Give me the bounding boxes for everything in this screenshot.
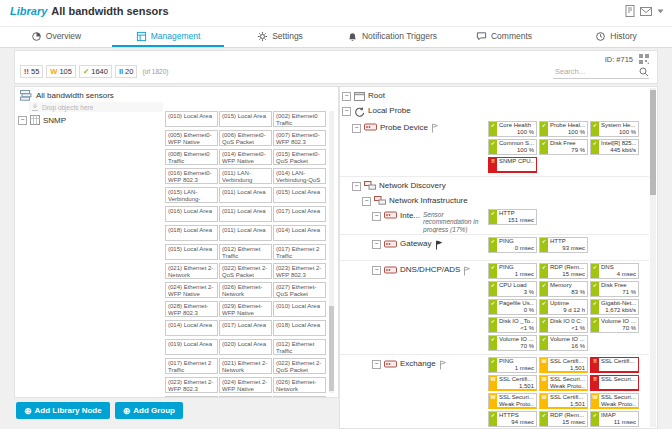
sensor-chip[interactable]: ✓PING1 msec [488, 263, 537, 279]
expand-toggle[interactable]: − [372, 240, 381, 249]
library-sensor-item[interactable]: (016) Local Area [165, 206, 218, 222]
sensor-chip[interactable]: !!SSL Certifi... [590, 357, 639, 373]
library-sensor-item[interactable]: (002) Ethernet0 Traffic [273, 111, 326, 127]
library-root-node[interactable]: All bandwidth sensors [15, 87, 338, 102]
tree-label[interactable]: Probe Device [380, 123, 428, 132]
sensor-chip[interactable]: !!SNMP CPU... [488, 157, 537, 173]
sensor-chip[interactable]: ✓Pagefile Us...0 % [488, 299, 537, 315]
drop-target-hint[interactable]: Drop objects here [29, 102, 163, 112]
library-sensor-item[interactable]: (017) Ethernet 2 Traffic [273, 244, 326, 260]
tree-label[interactable]: Inte... [400, 211, 420, 220]
sensor-chip[interactable]: ✓Volume IO ...70 % [488, 335, 537, 351]
sensor-chip[interactable]: ✓System He...100 % [590, 121, 639, 137]
sensor-chip[interactable]: WSSL Certifi...1,501 [539, 393, 588, 409]
library-sensor-item[interactable]: (021) Ethernet 2-Network [219, 358, 272, 374]
library-sensor-item[interactable]: (015) Local Area [165, 244, 218, 260]
add-group-button[interactable]: ⊕ Add Group [115, 402, 183, 419]
sensor-chip[interactable]: ✓Common S...100 % [488, 139, 537, 155]
sensor-chip[interactable]: ✓Core Health100 % [488, 121, 537, 137]
sensor-chip[interactable]: ✓Disk Free71 % [590, 281, 639, 297]
library-sensor-item[interactable]: (019) Local Area [165, 339, 218, 355]
library-sensor-item[interactable]: (022) Ethernet 2-QoS Packet [219, 263, 272, 279]
library-sensor-item[interactable]: (018) Local Area [273, 320, 326, 336]
qr-code-icon[interactable] [639, 54, 649, 64]
expand-toggle[interactable]: − [372, 360, 381, 369]
right-scrollbar-thumb[interactable] [650, 90, 656, 195]
sensor-chip[interactable]: ✓Uptime9 d 12 h [539, 299, 588, 315]
tab-overview[interactable]: Overview [0, 27, 112, 47]
library-sensor-item[interactable]: (014) LAN-Verbindung-QoS [273, 168, 326, 184]
library-sensor-item[interactable]: (011) Local Area [219, 187, 272, 203]
tree-label[interactable]: Exchange [400, 359, 436, 368]
right-scrollbar[interactable] [650, 88, 656, 427]
library-sensor-item[interactable]: (014) Local Area [273, 225, 326, 241]
library-sensor-item[interactable]: (011) Local Area [219, 225, 272, 241]
sensor-chip[interactable]: ✓Disk Free79 % [539, 139, 588, 155]
library-sensor-item[interactable]: (006) Ethernet0-QoS Packet [219, 130, 272, 146]
library-sensor-item[interactable]: (017) Ethernet 2 Traffic [165, 358, 218, 374]
sensor-chip[interactable]: WSSL Certifi...1,501 [539, 357, 588, 373]
email-icon[interactable] [640, 7, 652, 16]
sensor-chip[interactable]: WSSL Securi...Weak Proto... [590, 393, 639, 409]
library-sensor-item[interactable]: (028) Ethernet-WFP 802.3 [219, 396, 272, 398]
expand-toggle[interactable]: − [352, 182, 361, 191]
library-sensor-item[interactable]: (027) Ethernet-QoS Packet [273, 282, 326, 298]
left-scrollbar[interactable] [329, 111, 334, 393]
expand-toggle[interactable]: − [342, 107, 351, 116]
sensor-chip[interactable]: ✓Disk IO _To...<1 % [488, 317, 537, 333]
tab-management[interactable]: Management [112, 27, 224, 47]
library-sensor-item[interactable]: (011) Local Area [219, 206, 272, 222]
search-input[interactable] [553, 66, 637, 77]
sensor-chip[interactable]: ✓RDP (Rem...15 msec [539, 411, 588, 427]
sensor-chip[interactable]: WSSL Securi...Weak Proto... [539, 375, 588, 391]
tab-notification-triggers[interactable]: Notification Triggers [336, 27, 448, 47]
library-sensor-item[interactable]: (026) Ethernet-Network [273, 377, 326, 393]
status-badge-down[interactable]: !!55 [20, 65, 43, 78]
expand-toggle[interactable]: − [342, 92, 351, 101]
status-badge-paused[interactable]: II20 [115, 65, 138, 78]
library-sensor-item[interactable]: (017) Local Area [273, 206, 326, 222]
library-sensor-item[interactable]: (012) Ethernet Traffic [219, 244, 272, 260]
library-sensor-item[interactable]: (008) Ethernet0 Traffic [165, 149, 218, 165]
sensor-chip[interactable]: !!SSL Securi... [590, 375, 639, 391]
library-sensor-item[interactable]: (010) Local Area [165, 111, 218, 127]
library-sensor-item[interactable]: (016) Ethernet0-WFP 802.3 [165, 168, 218, 184]
sensor-chip[interactable]: ✓Probe Heal...100 % [539, 121, 588, 137]
library-sensor-item[interactable]: (015) Ethernet0-QoS Packet [273, 149, 326, 165]
expand-toggle[interactable]: − [372, 266, 381, 275]
library-sensor-item[interactable]: (012) Ethernet Traffic [273, 339, 326, 355]
tree-label[interactable]: Root [368, 91, 385, 100]
library-sensor-item[interactable]: (020) Local Area [219, 339, 272, 355]
tab-comments[interactable]: Comments [448, 27, 560, 47]
library-sensor-item[interactable]: (015) Local Area [219, 111, 272, 127]
library-sensor-item[interactable]: (015) LAN-Verbindung- [165, 187, 218, 203]
expand-toggle[interactable]: − [352, 124, 361, 133]
sensor-chip[interactable]: ✓PING0 msec [488, 237, 537, 253]
library-sensor-item[interactable]: (029) Ethernet-WFP Native [219, 301, 272, 317]
library-sensor-item[interactable]: (024) Ethernet 2-WFP Native [219, 377, 272, 393]
sensor-chip[interactable]: ✓IMAP11 msec [590, 411, 639, 427]
library-sensor-item[interactable]: (014) Ethernet0-WFP Native [219, 149, 272, 165]
sensor-chip[interactable]: WSSL Securi...Weak Proto... [488, 393, 537, 409]
tree-label[interactable]: Network Infrastructure [389, 196, 468, 205]
sensor-chip[interactable]: ✓RDP (Rem...15 msec [539, 263, 588, 279]
library-sensor-item[interactable]: (005) Ethernet0-WFP Native [165, 130, 218, 146]
left-scrollbar-thumb[interactable] [329, 306, 334, 391]
library-sensor-item[interactable]: (017) Local Area [219, 320, 272, 336]
sensor-chip[interactable]: ✓CPU Load3 % [488, 281, 537, 297]
sensor-chip[interactable]: ✓PING1 msec [488, 357, 537, 373]
expand-toggle[interactable]: − [362, 197, 371, 206]
sensor-chip[interactable]: ✓Volume IO ...70 % [590, 317, 639, 333]
sensor-chip[interactable]: ✓HTTP93 msec [539, 237, 588, 253]
library-sensor-item[interactable]: (026) Ethernet-Network [219, 282, 272, 298]
library-sensor-item[interactable]: (015) Local Area [273, 187, 326, 203]
library-sensor-item[interactable]: (011) LAN-Verbindung [219, 168, 272, 184]
library-sensor-item[interactable]: (023) Ethernet 2-WFP 802.3 [165, 377, 218, 393]
status-badge-warn[interactable]: W105 [46, 65, 76, 78]
library-sensor-item[interactable]: (023) Ethernet 2-WFP 802.3 [273, 263, 326, 279]
tree-label[interactable]: Gateway [400, 239, 432, 248]
search-icon[interactable] [639, 67, 649, 77]
tree-label[interactable]: Network Discovery [379, 181, 446, 190]
tab-history[interactable]: History [560, 27, 672, 47]
tab-settings[interactable]: Settings [224, 27, 336, 47]
